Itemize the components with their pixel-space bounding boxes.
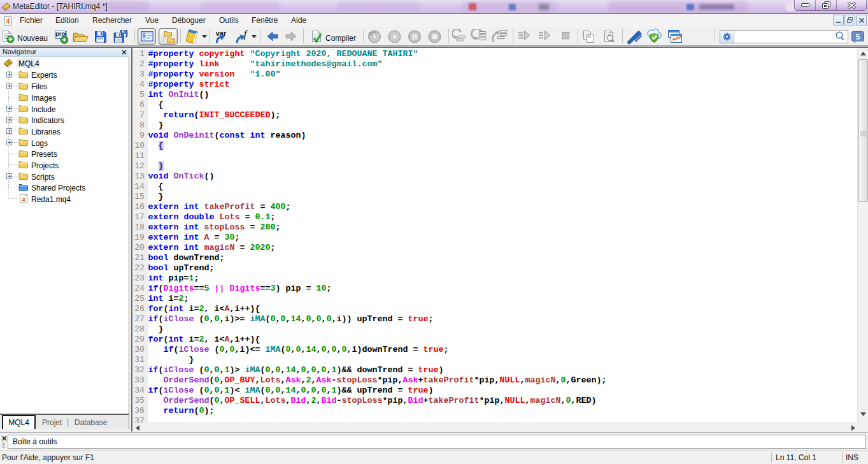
svg-text:proj: proj xyxy=(55,30,67,37)
svg-text:4: 4 xyxy=(6,17,10,25)
svg-text:f: f xyxy=(244,29,248,40)
svg-text:5: 5 xyxy=(856,33,860,41)
